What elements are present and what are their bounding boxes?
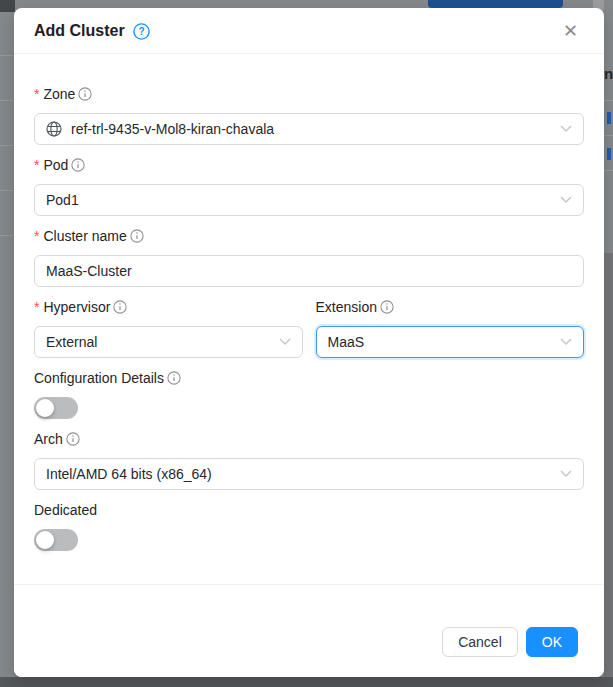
info-icon[interactable] xyxy=(380,300,394,314)
configuration-details-label-row: Configuration Details xyxy=(34,368,584,388)
close-icon[interactable]: ✕ xyxy=(557,22,584,40)
backdrop-bottom-strip xyxy=(0,677,613,687)
backdrop-row-divider xyxy=(0,190,14,191)
dialog-header: Add Cluster ? ✕ xyxy=(14,8,604,54)
dedicated-label: Dedicated xyxy=(34,502,97,518)
backdrop-row-divider xyxy=(0,100,14,101)
zone-select[interactable]: ref-trl-9435-v-Mol8-kiran-chavala xyxy=(34,113,584,145)
backdrop-row-divider xyxy=(604,100,613,101)
backdrop-row-divider xyxy=(604,135,613,136)
backdrop-row-divider xyxy=(0,145,14,146)
backdrop-link-fragment xyxy=(607,148,611,160)
arch-value: Intel/AMD 64 bits (x86_64) xyxy=(46,466,212,482)
cluster-name-field: * Cluster name MaaS-Cluster xyxy=(34,226,584,287)
chevron-down-icon xyxy=(560,338,572,346)
pod-label-row: * Pod xyxy=(34,155,584,175)
backdrop-row-divider xyxy=(0,235,14,236)
svg-text:?: ? xyxy=(138,26,144,37)
chevron-down-icon xyxy=(560,125,572,133)
help-icon[interactable]: ? xyxy=(133,23,150,40)
chevron-down-icon xyxy=(279,338,291,346)
chevron-down-icon xyxy=(560,470,572,478)
backdrop-link-fragment xyxy=(607,112,611,124)
cluster-name-input[interactable]: MaaS-Cluster xyxy=(34,255,584,287)
ok-button[interactable]: OK xyxy=(526,627,578,657)
hypervisor-label: Hypervisor xyxy=(43,299,110,315)
add-cluster-dialog: Add Cluster ? ✕ * Zone xyxy=(14,8,604,677)
backdrop-row-divider xyxy=(604,170,613,171)
globe-icon xyxy=(46,121,62,137)
configuration-details-field: Configuration Details xyxy=(34,368,584,419)
hypervisor-label-row: * Hypervisor xyxy=(34,297,303,317)
info-icon[interactable] xyxy=(78,87,92,101)
zone-value: ref-trl-9435-v-Mol8-kiran-chavala xyxy=(71,121,274,137)
arch-label: Arch xyxy=(34,431,63,447)
extension-label: Extension xyxy=(316,299,377,315)
extension-field: Extension MaaS xyxy=(316,297,585,358)
chevron-down-icon xyxy=(560,196,572,204)
info-icon[interactable] xyxy=(113,300,127,314)
info-icon[interactable] xyxy=(66,432,80,446)
toggle-knob xyxy=(36,531,54,549)
backdrop-panel-fragment xyxy=(604,253,613,677)
pod-select[interactable]: Pod1 xyxy=(34,184,584,216)
zone-label: Zone xyxy=(43,86,75,102)
backdrop-add-cluster-button-dimmed xyxy=(428,0,563,8)
info-icon[interactable] xyxy=(71,158,85,172)
dedicated-label-row: Dedicated xyxy=(34,500,584,520)
configuration-details-label: Configuration Details xyxy=(34,370,164,386)
zone-label-row: * Zone xyxy=(34,84,584,104)
arch-label-row: Arch xyxy=(34,429,584,449)
cluster-name-value: MaaS-Cluster xyxy=(46,263,132,279)
info-icon[interactable] xyxy=(130,229,144,243)
toggle-knob xyxy=(36,399,54,417)
dialog-body: * Zone xyxy=(14,54,604,551)
backdrop-clipped-text: n xyxy=(604,64,613,84)
cluster-name-label: Cluster name xyxy=(43,228,126,244)
required-asterisk: * xyxy=(34,158,39,172)
hypervisor-select[interactable]: External xyxy=(34,326,303,358)
pod-value: Pod1 xyxy=(46,192,79,208)
configuration-details-toggle[interactable] xyxy=(34,397,78,419)
arch-select[interactable]: Intel/AMD 64 bits (x86_64) xyxy=(34,458,584,490)
required-asterisk: * xyxy=(34,229,39,243)
cancel-button[interactable]: Cancel xyxy=(442,627,518,657)
hypervisor-extension-row: * Hypervisor External xyxy=(34,297,584,358)
extension-value: MaaS xyxy=(328,334,365,350)
hypervisor-field: * Hypervisor External xyxy=(34,297,303,358)
required-asterisk: * xyxy=(34,300,39,314)
dedicated-field: Dedicated xyxy=(34,500,584,551)
cluster-name-label-row: * Cluster name xyxy=(34,226,584,246)
extension-label-row: Extension xyxy=(316,297,585,317)
info-icon[interactable] xyxy=(167,371,181,385)
dialog-title: Add Cluster xyxy=(34,22,125,40)
hypervisor-value: External xyxy=(46,334,97,350)
backdrop-row-divider xyxy=(0,55,14,56)
required-asterisk: * xyxy=(34,87,39,101)
pod-field: * Pod Pod1 xyxy=(34,155,584,216)
dedicated-toggle[interactable] xyxy=(34,529,78,551)
zone-field: * Zone xyxy=(34,84,584,145)
dialog-footer: Cancel OK xyxy=(14,584,604,677)
arch-field: Arch Intel/AMD 64 bits (x86_64) xyxy=(34,429,584,490)
pod-label: Pod xyxy=(43,157,68,173)
extension-select[interactable]: MaaS xyxy=(316,326,585,358)
backdrop-header-fragment xyxy=(0,0,15,12)
